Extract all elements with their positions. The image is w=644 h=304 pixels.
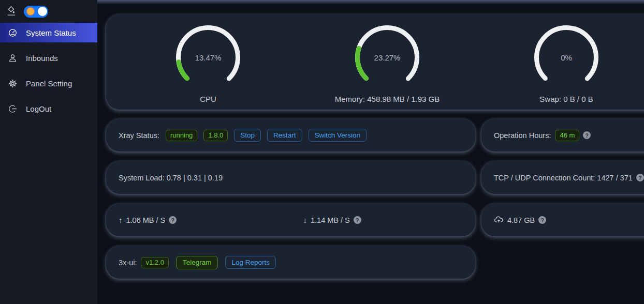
sidebar-item-panel-setting[interactable]: Panel Setting: [0, 73, 97, 93]
sidebar-item-label: LogOut: [26, 104, 51, 113]
operation-hours-label: Operation Hours:: [494, 131, 551, 140]
sidebar-menu: System Status Inbounds Panel Setting: [0, 23, 97, 118]
sidebar-item-inbounds[interactable]: Inbounds: [0, 48, 97, 68]
operation-hours-tag: 46 m: [555, 130, 579, 141]
stop-button[interactable]: Stop: [234, 129, 261, 142]
cpu-gauge: 13.47% CPU: [119, 24, 298, 110]
connections-card: TCP / UDP Connection Count: 1427 / 371 ?: [481, 161, 644, 194]
system-load-text: System Load: 0.78 | 0.31 | 0.19: [119, 174, 223, 182]
cpu-percent: 13.47%: [174, 24, 242, 91]
swap-gauge: 0% Swap: 0 B / 0 B: [477, 24, 644, 110]
memory-gauge: 23.27% Memory: 458.98 MB / 1.93 GB: [298, 24, 477, 110]
telegram-button[interactable]: Telegram: [176, 256, 218, 269]
sidebar-item-label: System Status: [26, 28, 76, 37]
sidebar-item-label: Inbounds: [26, 54, 58, 63]
sun-icon: [27, 8, 34, 15]
dark-mode-toggle[interactable]: [24, 6, 48, 18]
gear-icon: [8, 79, 18, 88]
download-speed-value: 1.14 MB / S: [311, 216, 350, 224]
help-icon[interactable]: ?: [354, 216, 361, 224]
app-label: 3x-ui:: [119, 259, 137, 267]
toggle-knob: [38, 7, 47, 16]
upload-speed: ↑ 1.06 MB / S ?: [106, 216, 291, 224]
download-speed: ↓ 1.14 MB / S ?: [291, 216, 476, 224]
help-icon[interactable]: ?: [636, 174, 644, 181]
sidebar-item-label: Panel Setting: [26, 79, 72, 88]
upload-speed-value: 1.06 MB / S: [126, 216, 166, 224]
dashboard-icon: [8, 28, 18, 38]
theme-colors-icon[interactable]: [6, 6, 17, 17]
network-speed-card: ↑ 1.06 MB / S ? ↓ 1.14 MB / S ?: [106, 204, 475, 236]
user-icon: [8, 53, 18, 63]
system-load-card: System Load: 0.78 | 0.31 | 0.19: [106, 161, 475, 194]
help-icon[interactable]: ?: [538, 216, 546, 224]
xray-running-tag: running: [166, 130, 197, 141]
theme-row: [0, 0, 97, 23]
operation-hours-card: Operation Hours: 46 m ?: [481, 119, 644, 151]
restart-button[interactable]: Restart: [267, 129, 302, 142]
sidebar-item-system-status[interactable]: System Status: [0, 23, 97, 42]
arrow-up-icon: ↑: [119, 216, 123, 224]
sidebar-item-logout[interactable]: LogOut: [0, 99, 97, 118]
sidebar: System Status Inbounds Panel Setting: [0, 0, 97, 304]
network-total-card: 4.87 GB ?: [481, 204, 644, 236]
xray-version-tag: 1.8.0: [203, 130, 228, 141]
scrolled-card-glow: [97, 0, 644, 5]
log-reports-button[interactable]: Log Reports: [225, 256, 276, 269]
app-version-tag: v1.2.0: [141, 257, 168, 268]
xray-status-label: Xray Status:: [119, 131, 159, 140]
arrow-down-icon: ↓: [303, 216, 308, 224]
network-total-value: 4.87 GB: [507, 216, 535, 224]
main-content: 13.47% CPU 23.27% Memory: 458.98 MB / 1.…: [97, 0, 644, 304]
swap-percent: 0%: [533, 24, 600, 91]
help-icon[interactable]: ?: [169, 216, 177, 224]
cloud-upload-icon: [494, 215, 504, 225]
help-icon[interactable]: ?: [583, 131, 591, 139]
resource-gauges-card: 13.47% CPU 23.27% Memory: 458.98 MB / 1.…: [106, 14, 644, 110]
connections-text: TCP / UDP Connection Count: 1427 / 371: [494, 174, 633, 182]
app-info-card: 3x-ui: v1.2.0 Telegram Log Reports: [106, 246, 475, 279]
switch-version-button[interactable]: Switch Version: [309, 129, 367, 142]
logout-icon: [8, 104, 18, 114]
xray-status-card: Xray Status: running 1.8.0 Stop Restart …: [106, 119, 475, 151]
memory-percent: 23.27%: [354, 24, 421, 91]
